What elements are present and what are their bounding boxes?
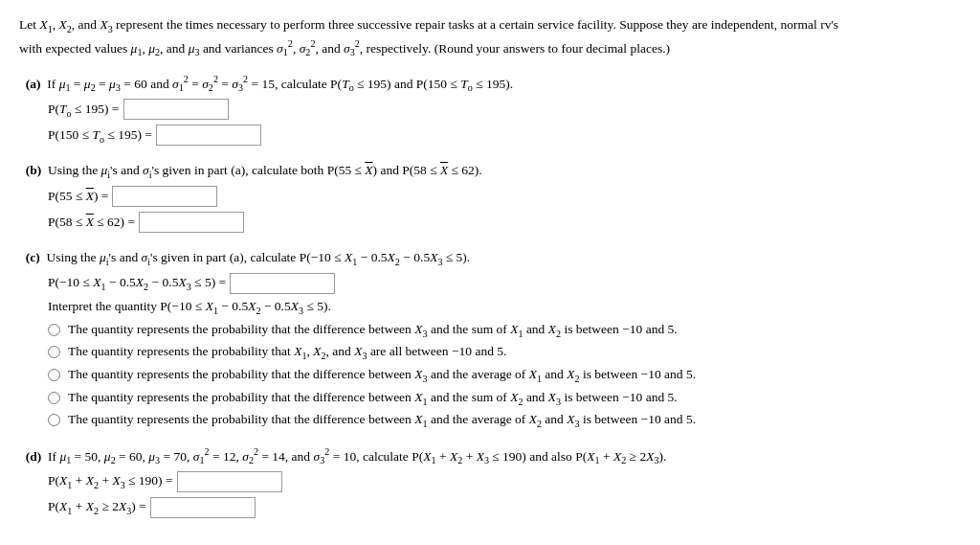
part-c-input1[interactable] [230,273,335,294]
part-c-option3: The quantity represents the probability … [48,367,961,384]
part-c-interpret-label: Interpret the quantity P(−10 ≤ X1 − 0.5X… [48,299,961,316]
part-c: (c) Using the μi's and σi's given in par… [19,250,961,429]
part-b: (b) Using the μi's and σi's given in par… [19,163,961,233]
part-d-row1: P(X1 + X2 + X3 ≤ 190) = [48,471,961,492]
part-c-option3-text: The quantity represents the probability … [68,367,696,384]
part-b-row1: P(55 ≤ X) = [48,186,961,207]
part-a: (a) If μ1 = μ2 = μ3 = 60 and σ12 = σ22 =… [19,74,961,146]
part-a-row2-label: P(150 ≤ To ≤ 195) = [48,127,152,145]
part-b-row2-label: P(58 ≤ X ≤ 62) = [48,215,135,230]
part-c-option1: The quantity represents the probability … [48,322,961,339]
part-a-input1[interactable] [123,99,229,120]
part-c-option2: The quantity represents the probability … [48,344,961,361]
part-b-row2: P(58 ≤ X ≤ 62) = [48,212,961,233]
part-a-label: (a) If μ1 = μ2 = μ3 = 60 and σ12 = σ22 =… [19,74,961,93]
part-b-label: (b) Using the μi's and σi's given in par… [19,163,961,180]
part-c-row1: P(−10 ≤ X1 − 0.5X2 − 0.5X3 ≤ 5) = [48,273,961,294]
part-c-radio4[interactable] [48,392,60,404]
part-a-row2: P(150 ≤ To ≤ 195) = [48,125,961,146]
part-a-row1: P(To ≤ 195) = [48,99,961,120]
part-c-option4-text: The quantity represents the probability … [68,390,678,407]
part-c-option4: The quantity represents the probability … [48,390,961,407]
part-c-radio2[interactable] [48,346,60,358]
intro-paragraph: Let X1, X2, and X3 represent the times n… [19,15,961,60]
part-c-radio5[interactable] [48,414,60,426]
part-d-row1-label: P(X1 + X2 + X3 ≤ 190) = [48,473,173,490]
part-d-row2-label: P(X1 + X2 ≥ 2X3) = [48,499,146,516]
part-c-option5-text: The quantity represents the probability … [68,412,696,429]
part-d-label: (d) If μ1 = 50, μ2 = 60, μ3 = 70, σ12 = … [19,446,961,466]
part-a-input2[interactable] [156,125,261,146]
part-c-option2-text: The quantity represents the probability … [68,344,506,361]
part-d-input1[interactable] [177,471,282,492]
part-b-input2[interactable] [139,212,244,233]
part-c-label: (c) Using the μi's and σi's given in par… [19,250,961,267]
part-d-input2[interactable] [150,497,256,518]
part-c-radio1[interactable] [48,324,60,336]
part-c-row1-label: P(−10 ≤ X1 − 0.5X2 − 0.5X3 ≤ 5) = [48,275,226,292]
part-a-row1-label: P(To ≤ 195) = [48,102,120,119]
part-d-row2: P(X1 + X2 ≥ 2X3) = [48,497,961,518]
part-c-option5: The quantity represents the probability … [48,412,961,429]
part-c-option1-text: The quantity represents the probability … [68,322,678,339]
part-d: (d) If μ1 = 50, μ2 = 60, μ3 = 70, σ12 = … [19,446,961,518]
part-b-row1-label: P(55 ≤ X) = [48,189,108,204]
part-c-options: The quantity represents the probability … [48,322,961,429]
part-c-radio3[interactable] [48,369,60,381]
part-b-input1[interactable] [112,186,217,207]
